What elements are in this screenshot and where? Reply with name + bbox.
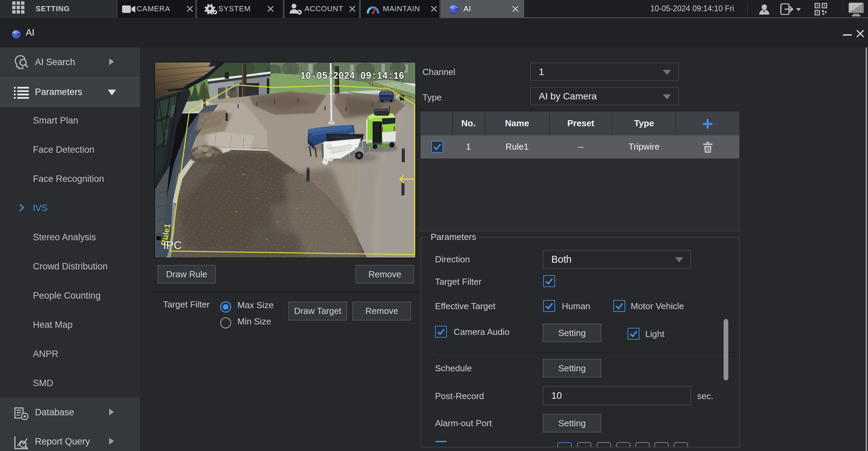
svg-text:10-05-2024 09:14:16: 10-05-2024 09:14:16 xyxy=(300,70,404,82)
svg-text:IPC: IPC xyxy=(163,239,182,251)
